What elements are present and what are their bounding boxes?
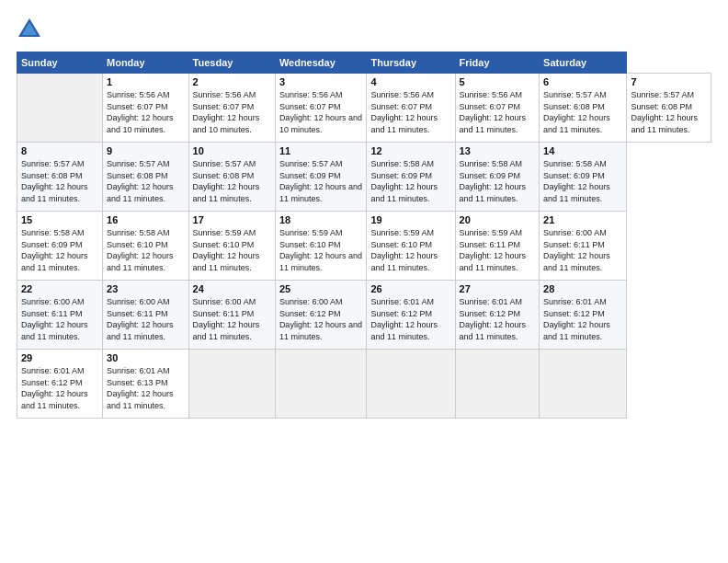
table-row [275,350,367,419]
day-info: Sunrise: 5:57 AMSunset: 6:08 PMDaylight:… [631,89,707,135]
day-info: Sunrise: 5:56 AMSunset: 6:07 PMDaylight:… [279,89,363,135]
table-row: 12Sunrise: 5:58 AMSunset: 6:09 PMDayligh… [367,143,455,212]
day-info: Sunrise: 5:57 AMSunset: 6:08 PMDaylight:… [107,158,185,204]
table-row: 30Sunrise: 6:01 AMSunset: 6:13 PMDayligh… [103,350,189,419]
table-row: 20Sunrise: 5:59 AMSunset: 6:11 PMDayligh… [455,212,540,281]
day-info: Sunrise: 5:59 AMSunset: 6:11 PMDaylight:… [460,227,536,273]
table-row: 10Sunrise: 5:57 AMSunset: 6:08 PMDayligh… [188,143,275,212]
day-info: Sunrise: 5:58 AMSunset: 6:10 PMDaylight:… [107,227,185,273]
day-number: 19 [370,214,450,225]
day-info: Sunrise: 6:01 AMSunset: 6:12 PMDaylight:… [543,296,622,342]
table-row: 13Sunrise: 5:58 AMSunset: 6:09 PMDayligh… [455,143,540,212]
day-info: Sunrise: 5:57 AMSunset: 6:08 PMDaylight:… [193,158,271,204]
day-number: 26 [370,283,450,294]
day-info: Sunrise: 5:58 AMSunset: 6:09 PMDaylight:… [460,158,536,204]
day-number: 9 [107,145,185,156]
table-row: 19Sunrise: 5:59 AMSunset: 6:10 PMDayligh… [367,212,455,281]
day-info: Sunrise: 5:58 AMSunset: 6:09 PMDaylight:… [370,158,450,204]
table-row: 24Sunrise: 6:00 AMSunset: 6:11 PMDayligh… [188,281,275,350]
day-info: Sunrise: 5:57 AMSunset: 6:08 PMDaylight:… [21,158,98,204]
day-info: Sunrise: 5:56 AMSunset: 6:07 PMDaylight:… [107,89,185,135]
day-info: Sunrise: 5:56 AMSunset: 6:07 PMDaylight:… [193,89,271,135]
day-number: 29 [21,352,98,363]
calendar-table: SundayMondayTuesdayWednesdayThursdayFrid… [17,52,711,419]
day-number: 21 [543,214,622,225]
table-row [188,350,275,419]
day-info: Sunrise: 5:56 AMSunset: 6:07 PMDaylight:… [460,89,536,135]
day-info: Sunrise: 5:57 AMSunset: 6:08 PMDaylight:… [543,89,622,135]
table-row: 16Sunrise: 5:58 AMSunset: 6:10 PMDayligh… [103,212,189,281]
col-header-monday: Monday [103,52,189,74]
day-info: Sunrise: 6:00 AMSunset: 6:11 PMDaylight:… [193,296,271,342]
day-number: 15 [21,214,98,225]
day-info: Sunrise: 6:00 AMSunset: 6:11 PMDaylight:… [21,296,98,342]
day-number: 18 [279,214,363,225]
col-header-friday: Friday [455,52,540,74]
col-header-thursday: Thursday [367,52,455,74]
table-row: 11Sunrise: 5:57 AMSunset: 6:09 PMDayligh… [275,143,367,212]
table-row: 29Sunrise: 6:01 AMSunset: 6:12 PMDayligh… [17,350,103,419]
day-info: Sunrise: 5:56 AMSunset: 6:07 PMDaylight:… [370,89,450,135]
day-info: Sunrise: 6:01 AMSunset: 6:13 PMDaylight:… [107,365,185,411]
day-number: 14 [543,145,622,156]
day-info: Sunrise: 5:59 AMSunset: 6:10 PMDaylight:… [370,227,450,273]
col-header-sunday: Sunday [17,52,103,74]
day-number: 17 [193,214,271,225]
table-row: 5Sunrise: 5:56 AMSunset: 6:07 PMDaylight… [455,74,540,143]
table-row: 25Sunrise: 6:00 AMSunset: 6:12 PMDayligh… [275,281,367,350]
col-header-wednesday: Wednesday [275,52,367,74]
table-row: 1Sunrise: 5:56 AMSunset: 6:07 PMDaylight… [103,74,189,143]
table-row: 4Sunrise: 5:56 AMSunset: 6:07 PMDaylight… [367,74,455,143]
table-row: 8Sunrise: 5:57 AMSunset: 6:08 PMDaylight… [17,143,103,212]
day-number: 10 [193,145,271,156]
table-row: 15Sunrise: 5:58 AMSunset: 6:09 PMDayligh… [17,212,103,281]
day-number: 8 [21,145,98,156]
day-info: Sunrise: 6:00 AMSunset: 6:12 PMDaylight:… [279,296,363,342]
table-row: 18Sunrise: 5:59 AMSunset: 6:10 PMDayligh… [275,212,367,281]
day-info: Sunrise: 6:00 AMSunset: 6:11 PMDaylight:… [107,296,185,342]
day-number: 7 [631,76,707,87]
day-info: Sunrise: 6:01 AMSunset: 6:12 PMDaylight:… [370,296,450,342]
day-number: 2 [193,76,271,87]
table-row: 14Sunrise: 5:58 AMSunset: 6:09 PMDayligh… [540,143,627,212]
table-row: 22Sunrise: 6:00 AMSunset: 6:11 PMDayligh… [17,281,103,350]
day-number: 23 [107,283,185,294]
day-info: Sunrise: 6:00 AMSunset: 6:11 PMDaylight:… [543,227,622,273]
page: SundayMondayTuesdayWednesdayThursdayFrid… [0,0,728,563]
day-info: Sunrise: 5:59 AMSunset: 6:10 PMDaylight:… [279,227,363,273]
empty-cell [17,74,103,143]
day-number: 3 [279,76,363,87]
day-number: 25 [279,283,363,294]
day-number: 20 [460,214,536,225]
day-info: Sunrise: 5:59 AMSunset: 6:10 PMDaylight:… [193,227,271,273]
table-row [540,350,627,419]
table-row: 6Sunrise: 5:57 AMSunset: 6:08 PMDaylight… [540,74,627,143]
day-info: Sunrise: 5:57 AMSunset: 6:09 PMDaylight:… [279,158,363,204]
day-number: 11 [279,145,363,156]
table-row [367,350,455,419]
table-row: 26Sunrise: 6:01 AMSunset: 6:12 PMDayligh… [367,281,455,350]
day-number: 4 [370,76,450,87]
day-number: 16 [107,214,185,225]
day-number: 5 [460,76,536,87]
table-row: 9Sunrise: 5:57 AMSunset: 6:08 PMDaylight… [103,143,189,212]
day-number: 27 [460,283,536,294]
table-row: 3Sunrise: 5:56 AMSunset: 6:07 PMDaylight… [275,74,367,143]
day-number: 12 [370,145,450,156]
day-number: 1 [107,76,185,87]
table-row: 23Sunrise: 6:00 AMSunset: 6:11 PMDayligh… [103,281,189,350]
table-row: 17Sunrise: 5:59 AMSunset: 6:10 PMDayligh… [188,212,275,281]
day-number: 22 [21,283,98,294]
day-number: 28 [543,283,622,294]
logo [17,17,44,42]
col-header-saturday: Saturday [540,52,627,74]
logo-icon [17,17,42,42]
table-row [455,350,540,419]
day-info: Sunrise: 6:01 AMSunset: 6:12 PMDaylight:… [21,365,98,411]
table-row: 7Sunrise: 5:57 AMSunset: 6:08 PMDaylight… [627,74,711,143]
day-number: 13 [460,145,536,156]
table-row: 28Sunrise: 6:01 AMSunset: 6:12 PMDayligh… [540,281,627,350]
day-info: Sunrise: 5:58 AMSunset: 6:09 PMDaylight:… [21,227,98,273]
day-number: 30 [107,352,185,363]
day-number: 24 [193,283,271,294]
